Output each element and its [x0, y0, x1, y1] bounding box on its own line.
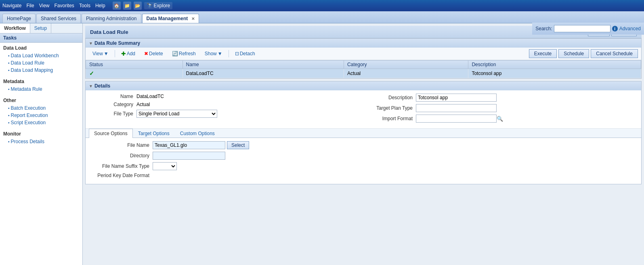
search-bar: Search: i Advanced: [532, 23, 644, 35]
schedule-button[interactable]: Schedule: [558, 49, 589, 58]
details-title: Details: [94, 83, 110, 89]
file-name-suffix-type-label: File Name Suffix Type: [92, 163, 153, 169]
delete-button[interactable]: ✖ Delete: [141, 50, 167, 58]
col-category: Category: [344, 61, 468, 69]
content-area: Data Load Rule Save Cancel ▼ Data Rule S…: [83, 23, 644, 265]
table-row[interactable]: ✓ DataLoadTC Actual Totconsol app: [86, 69, 641, 78]
sidebar-tab-setup[interactable]: Setup: [30, 23, 51, 33]
menu-favorites[interactable]: Favorites: [55, 3, 74, 8]
view-button[interactable]: View ▼: [89, 50, 112, 58]
tab-source-options[interactable]: Source Options: [89, 129, 133, 138]
sidebar-item-data-load-rule[interactable]: Data Load Rule: [3, 59, 79, 67]
description-input[interactable]: [416, 94, 497, 102]
add-button[interactable]: ✚ Add: [117, 49, 139, 58]
refresh-button[interactable]: 🔄 Refresh: [168, 50, 199, 58]
toolbar-separator-1: [115, 50, 115, 57]
details-panel: ▼ Details Name DataLoadTC Category Actua…: [85, 81, 642, 184]
tab-custom-options[interactable]: Custom Options: [175, 129, 220, 138]
sidebar-tab-workflow[interactable]: Workflow: [0, 23, 30, 33]
data-rule-summary-panel: ▼ Data Rule Summary View ▼ ✚ Add ✖ Delet…: [85, 38, 642, 79]
tab-data-management[interactable]: Data Management ✕: [142, 14, 199, 23]
sidebar-item-metadata-rule[interactable]: Metadata Rule: [3, 86, 79, 93]
info-icon[interactable]: i: [612, 26, 618, 31]
view-label: View: [92, 51, 103, 56]
directory-label: Directory: [92, 153, 153, 159]
data-load-rule-title: Data Load Rule: [90, 29, 128, 35]
row-description: Totconsol app: [468, 69, 641, 78]
show-label: Show: [205, 51, 217, 56]
delete-label: Delete: [149, 51, 163, 56]
section-monitor: Monitor: [3, 131, 79, 137]
detach-button[interactable]: ⊡ Detach: [231, 50, 259, 58]
folder-open-icon[interactable]: 📂: [134, 2, 142, 10]
target-plan-type-input[interactable]: [416, 104, 497, 112]
row-status: ✓: [86, 69, 183, 78]
menu-help[interactable]: Help: [95, 3, 105, 8]
section-data-load: Data Load: [3, 45, 79, 51]
import-format-search-icon[interactable]: 🔍: [497, 115, 503, 122]
sidebar-item-data-load-mapping[interactable]: Data Load Mapping: [3, 67, 79, 74]
category-label: Category: [92, 102, 136, 107]
options-tabs: Source Options Target Options Custom Opt…: [86, 129, 641, 138]
sidebar-item-data-load-workbench[interactable]: Data Load Workbench: [3, 52, 79, 59]
sidebar-item-batch-execution[interactable]: Batch Execution: [3, 104, 79, 112]
details-collapse-icon[interactable]: ▼: [89, 84, 93, 88]
explore-label: Explore: [154, 3, 170, 8]
col-description: Description: [468, 61, 641, 69]
tab-shared-services[interactable]: Shared Services: [36, 14, 81, 23]
tab-homepage[interactable]: HomePage: [2, 14, 36, 23]
execute-button[interactable]: Execute: [529, 49, 557, 58]
sidebar-item-script-execution[interactable]: Script Execution: [3, 119, 79, 126]
refresh-icon: 🔄: [172, 51, 178, 56]
select-button[interactable]: Select: [227, 141, 249, 149]
directory-input[interactable]: [153, 152, 225, 160]
home-icon[interactable]: 🏠: [113, 2, 121, 10]
category-value: Actual: [136, 102, 150, 107]
row-name: DataLoadTC: [183, 69, 344, 78]
explore-button[interactable]: 🔭 Explore: [144, 2, 173, 9]
summary-collapse-icon[interactable]: ▼: [89, 41, 93, 46]
show-button[interactable]: Show ▼: [201, 50, 226, 58]
sidebar-item-process-details[interactable]: Process Details: [3, 138, 79, 145]
name-label: Name: [92, 94, 136, 99]
search-label: Search:: [535, 26, 552, 31]
delete-icon: ✖: [144, 51, 148, 56]
file-name-input[interactable]: [153, 141, 225, 149]
show-dropdown-icon: ▼: [218, 51, 222, 56]
tab-close-icon[interactable]: ✕: [191, 17, 195, 21]
tab-planning-administration[interactable]: Planning Administration: [82, 14, 141, 23]
menu-tools[interactable]: Tools: [79, 3, 90, 8]
explore-icon: 🔭: [147, 3, 153, 8]
folder-icon[interactable]: 📁: [123, 2, 131, 10]
tasks-header: Tasks: [0, 33, 82, 43]
file-type-label: File Type: [92, 111, 136, 117]
target-plan-type-label: Target Plan Type: [371, 105, 416, 111]
col-name: Name: [183, 61, 344, 69]
menu-view[interactable]: View: [39, 3, 50, 8]
view-dropdown-icon: ▼: [104, 51, 109, 56]
sidebar-item-report-execution[interactable]: Report Execution: [3, 112, 79, 119]
data-rule-table: Status Name Category Description ✓ DataL…: [86, 60, 641, 78]
file-type-select[interactable]: Single Period Load: [136, 110, 217, 118]
section-other: Other: [3, 98, 79, 103]
cancel-schedule-button[interactable]: Cancel Schedule: [591, 49, 638, 58]
section-metadata: Metadata: [3, 79, 79, 84]
row-category: Actual: [344, 69, 468, 78]
menu-navigate[interactable]: Navigate: [2, 3, 21, 8]
menu-file[interactable]: File: [26, 3, 34, 8]
toolbar-separator-2: [229, 50, 229, 57]
import-format-input[interactable]: [416, 115, 497, 123]
import-format-label: Import Format: [371, 116, 416, 121]
tab-target-options[interactable]: Target Options: [133, 129, 175, 138]
refresh-label: Refresh: [179, 51, 196, 56]
detach-icon: ⊡: [235, 51, 239, 56]
description-label: Description: [371, 95, 416, 100]
source-options-form: File Name Select Directory File Name Suf…: [86, 138, 641, 184]
advanced-link[interactable]: Advanced: [619, 26, 641, 31]
data-rule-summary-title: Data Rule Summary: [94, 40, 140, 46]
file-name-suffix-type-select[interactable]: [153, 162, 177, 170]
period-key-date-format-label: Period Key Date Format: [92, 173, 153, 178]
name-value: DataLoadTC: [136, 94, 164, 99]
search-input[interactable]: [554, 25, 610, 32]
status-check-icon: ✓: [89, 70, 94, 77]
